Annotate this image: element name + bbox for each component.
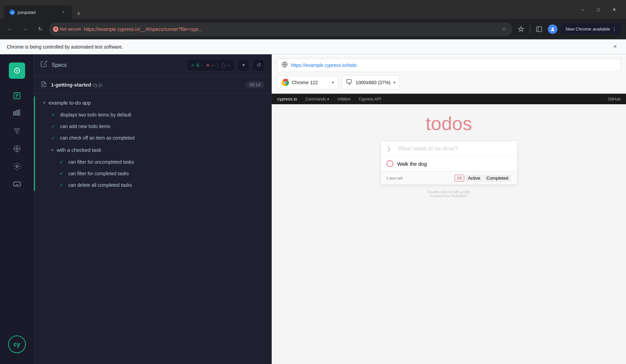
dropdown-button[interactable]: ▾ — [237, 59, 250, 71]
test-item[interactable]: ✓ displays two todo items by default — [34, 109, 271, 121]
close-window-button[interactable]: ✕ — [606, 3, 622, 16]
cypress-logo-area — [0, 60, 34, 87]
profile-icon[interactable] — [547, 23, 559, 35]
tab-bar: cy jumpstart × + — [4, 0, 572, 19]
not-secure-label: Not secure — [60, 26, 81, 32]
not-secure-indicator: ✕ Not secure — [53, 26, 81, 32]
test-item[interactable]: ✓ can add new todo items — [34, 121, 271, 132]
new-tab-button[interactable]: + — [73, 8, 84, 19]
cypress-sidebar: cy — [0, 54, 34, 364]
new-chrome-menu-icon: ⋮ — [612, 26, 616, 32]
svg-rect-0 — [537, 26, 542, 32]
banner-close-button[interactable]: × — [611, 43, 619, 51]
test-item[interactable]: ✓ can check off an item as completed — [34, 132, 271, 144]
back-button[interactable]: ← — [4, 23, 16, 35]
new-chrome-button[interactable]: New Chrome available ⋮ — [560, 24, 622, 34]
extensions-icon[interactable] — [515, 23, 527, 35]
preview-toolbar: https://example.cypress.io/todo — [272, 54, 626, 94]
viewport-value: 1000x660 (37%) — [356, 80, 391, 85]
browser-selector[interactable]: Chrome 122 ▾ — [277, 76, 338, 89]
todo-navbar-github[interactable]: GitHub — [608, 97, 621, 102]
reload-button[interactable]: ↻ — [34, 23, 46, 35]
not-secure-icon: ✕ — [53, 26, 58, 32]
browser-dropdown-icon: ▾ — [332, 80, 334, 85]
sidebar-item-filter[interactable] — [0, 122, 34, 140]
preview-url-bar[interactable]: https://example.cypress.io/todo — [277, 58, 621, 72]
check-icon: ✓ — [59, 171, 64, 176]
check-icon: ✓ — [59, 159, 64, 165]
forward-button[interactable]: → — [19, 23, 31, 35]
fail-stat: ✕ -- — [206, 62, 214, 68]
maximize-button[interactable]: □ — [591, 3, 606, 16]
pending-icon: ◌ — [221, 62, 226, 68]
cypress-test-panel: Specs ✓ 6 | ✕ -- | ◌ -- ▾ ↺ — [34, 54, 272, 364]
reload-icon: ↻ — [38, 26, 42, 32]
profile-avatar — [548, 24, 557, 34]
todo-item-checkbox[interactable] — [387, 160, 393, 167]
tab-close-button[interactable]: × — [60, 9, 67, 16]
viewport-selector[interactable]: 1000x660 (37%) ▾ — [342, 75, 400, 89]
main-content: cy Specs ✓ 6 | ✕ -- — [0, 54, 626, 364]
sidebar-item-runs[interactable] — [0, 105, 34, 122]
todo-title: todos — [426, 112, 472, 134]
sub-suite-header[interactable]: ▾ with a checked task — [34, 144, 271, 156]
minimize-button[interactable]: – — [575, 3, 591, 16]
test-stats: ✓ 6 | ✕ -- | ◌ -- — [186, 59, 235, 71]
todo-navbar-commands[interactable]: Commands ▾ — [305, 97, 329, 102]
todo-filter-active[interactable]: Active — [466, 175, 483, 182]
todo-navbar-utilities[interactable]: Utilities — [337, 97, 351, 102]
todo-placeholder: What needs to be done? — [398, 146, 458, 152]
sidebar-item-settings[interactable] — [0, 158, 34, 175]
suite-header[interactable]: ▾ example to-do app — [34, 96, 271, 109]
test-item[interactable]: ✓ can delete all completed tasks — [34, 179, 271, 191]
file-time: 00:14 — [245, 81, 265, 88]
check-icon: ✓ — [59, 182, 64, 188]
cypress-top-logo — [9, 62, 25, 79]
file-ext-text: cy.js — [93, 82, 103, 88]
forward-icon: → — [22, 26, 28, 32]
preview-url-icon — [282, 61, 288, 69]
viewport-icon — [346, 78, 353, 86]
todo-input-area: ❯ What needs to be done? — [381, 141, 517, 156]
todo-expand-icon: ❯ — [387, 145, 391, 152]
todo-filter-completed[interactable]: Completed — [484, 175, 511, 182]
suite-chevron-icon: ▾ — [43, 101, 45, 105]
sidebar-icon[interactable] — [533, 23, 545, 35]
todo-navbar-brand: cypress.io — [277, 96, 297, 102]
test-item[interactable]: ✓ can filter for completed tasks — [34, 168, 271, 179]
sub-suite-chevron-icon: ▾ — [51, 148, 53, 152]
pending-stat: ◌ -- — [221, 62, 230, 68]
check-icon: ✓ — [51, 124, 55, 129]
todo-app-body: todos ❯ What needs to be done? Walk the … — [272, 104, 626, 364]
active-tab[interactable]: cy jumpstart × — [4, 5, 72, 19]
svg-rect-39 — [347, 79, 351, 83]
automation-banner: Chrome is being controlled by automated … — [0, 39, 626, 54]
panel-actions: ▾ ↺ — [237, 59, 265, 71]
url-text: https://example.cypress.io/__/#/specs/ru… — [84, 26, 497, 32]
cypress-bottom-logo[interactable]: cy — [8, 335, 26, 353]
file-icon — [41, 81, 47, 89]
toolbar-divider — [530, 25, 530, 33]
sidebar-item-keyboard[interactable] — [0, 175, 34, 193]
chrome-titlebar: cy jumpstart × + – □ ✕ — [0, 0, 626, 19]
pending-value: -- — [227, 62, 230, 68]
todo-navbar-api[interactable]: Cypress API — [359, 97, 381, 102]
todo-item-text: Walk the dog — [397, 161, 427, 167]
test-item[interactable]: ✓ can filter for uncompleted tasks — [34, 156, 271, 168]
sub-suite-name: with a checked task — [57, 147, 101, 153]
bookmark-icon[interactable]: ☆ — [500, 25, 508, 33]
address-bar[interactable]: ✕ Not secure https://example.cypress.io/… — [49, 22, 512, 36]
pass-icon: ✓ — [191, 62, 195, 68]
test-label: can add new todo items — [60, 124, 110, 129]
test-label: can filter for completed tasks — [68, 171, 129, 176]
todo-app-footer: Double-click to edit a todo Forked from … — [422, 184, 476, 203]
reload-tests-button[interactable]: ↺ — [252, 59, 265, 71]
todo-filter-all[interactable]: All — [454, 175, 464, 182]
panel-header: Specs ✓ 6 | ✕ -- | ◌ -- ▾ ↺ — [34, 54, 271, 76]
svg-point-2 — [552, 27, 554, 29]
back-icon: ← — [7, 26, 13, 32]
test-suite: ▾ example to-do app ✓ displays two todo … — [34, 96, 271, 191]
fail-icon: ✕ — [206, 62, 210, 68]
sidebar-item-debug[interactable] — [0, 140, 34, 158]
sidebar-item-specs[interactable] — [0, 87, 34, 105]
